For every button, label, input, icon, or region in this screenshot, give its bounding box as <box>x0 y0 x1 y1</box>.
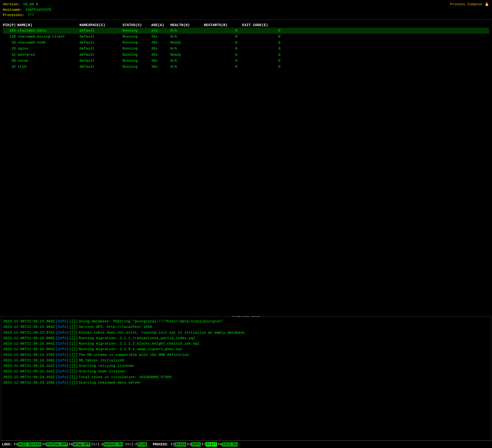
f3-action[interactable]: Info <box>191 442 201 447</box>
cell-health: N/A <box>170 28 204 33</box>
version-value: v0.60.0 <box>23 2 38 6</box>
log-message: DB Tables Initialized <box>79 358 489 363</box>
log-level: [Info] <box>56 369 69 374</box>
table-row[interactable]: 138 chainweb-mining-client default Runni… <box>3 34 489 40</box>
log-timestamp: 2023-12-06T21:50:24.162Z <box>3 363 55 369</box>
cell-namespace: default <box>80 58 123 64</box>
ctrlf-action[interactable]: Find <box>138 442 147 447</box>
app-title-area: Process Compose 🔥 <box>450 2 489 18</box>
cell-pid: 138 <box>3 34 17 40</box>
log-line: 2023-12-06T21:50:24.005Z[Info] [[]] Runn… <box>3 346 489 352</box>
cell-exitcode: 0 <box>242 34 280 40</box>
log-level: [Info] <box>56 358 69 363</box>
app-name: Process Compose <box>450 2 482 6</box>
log-message: Using database: PGString "postgresql:///… <box>79 319 489 324</box>
log-bracket: [[]] <box>69 330 78 336</box>
log-bracket: [[]] <box>69 363 78 369</box>
processes-label: Processes: <box>3 13 24 17</box>
cell-status: Running <box>123 64 151 70</box>
table-row[interactable]: 184 chainweb-data default Running 24s N/… <box>3 28 489 34</box>
log-level: [Info] <box>56 319 69 324</box>
log-title: chainweb-data <box>230 316 262 318</box>
f3-key: F3 <box>187 442 191 446</box>
cell-exitcode: 0 <box>242 64 280 70</box>
header-section: Version: v0.60.0 Hostname: 296f51d231f6 … <box>0 0 492 20</box>
hostname-value: 296f51d231f6 <box>25 8 51 12</box>
f4-action[interactable]: Full Screen <box>18 442 41 447</box>
log-bracket: [[]] <box>69 380 78 386</box>
cell-status: Running <box>123 58 151 64</box>
cell-status: Running <box>123 34 151 40</box>
f6-action[interactable]: Wrap Off <box>73 442 91 447</box>
cell-name: ttyd <box>17 64 80 70</box>
log-level: [Info] <box>56 336 69 341</box>
log-timestamp: 2023-12-06T21:50:24.160Z <box>3 358 55 363</box>
log-line: 2023-12-06T21:50:24.180Z[Info] [[]] Star… <box>3 380 489 386</box>
version-label: Version: <box>3 2 20 6</box>
f8-action[interactable]: Full Sc <box>222 442 238 447</box>
log-timestamp: 2023-12-06T21:50:24.159Z <box>3 352 55 358</box>
log-bracket: [[]] <box>69 336 78 341</box>
hostname-label: Hostname: <box>3 8 22 12</box>
log-bracket: [[]] <box>69 352 78 358</box>
log-timestamp: 2023-12-06T21:50:23.964Z <box>3 324 55 330</box>
cell-status: Running <box>123 52 151 58</box>
log-timestamp: 2023-12-06T21:50:24.004Z <box>3 341 55 346</box>
log-timestamp: 2023-12-06T21:50:24.000Z <box>3 336 55 341</box>
cell-restarts: 0 <box>204 58 242 64</box>
log-line: 2023-12-06T21:50:23.964Z[Info] [[]] Serv… <box>3 324 489 330</box>
log-content: 2023-12-06T21:50:23.963Z[Info] [[]] Usin… <box>1 316 491 440</box>
cell-health: N/A <box>170 46 204 51</box>
log-line: 2023-12-06T21:50:24.162Z[Info] [[]] Star… <box>3 369 489 374</box>
table-row[interactable]: 31 postgres default Running 36s Ready 0 … <box>3 52 489 58</box>
log-message: Total coins in circulation: 162384069.57… <box>79 375 489 380</box>
table-header-row: PID(P) NAME(N) NAMESPACE(C) STATUS(S) AG… <box>3 23 489 28</box>
log-line: 2023-12-06T21:50:24.162Z[Info] [[]] Star… <box>3 363 489 369</box>
cell-restarts: 0 <box>204 52 242 58</box>
table-row[interactable]: 30 socat default Running 36s N/A 0 0 <box>3 58 489 64</box>
log-bracket: [[]] <box>69 346 78 352</box>
log-bracket: [[]] <box>69 341 78 346</box>
cell-status: Running <box>123 28 151 33</box>
log-message: Running migration: 2.2.0.1_swap_signers_… <box>79 346 489 352</box>
log-line: 2023-12-06T21:50:24.159Z[Info] [[]] The … <box>3 352 489 358</box>
cell-namespace: default <box>80 52 123 58</box>
cell-restarts: 0 <box>204 34 242 40</box>
ctrlf-key: Ctrl-F <box>125 442 137 446</box>
f2-action[interactable]: Scale <box>175 442 186 447</box>
col-header-restarts: RESTARTS(R) <box>204 23 242 27</box>
log-level: [Info] <box>56 380 69 386</box>
cell-age: 36s <box>151 40 170 45</box>
hostname-line: Hostname: 296f51d231f6 <box>3 7 450 13</box>
log-level: [Info] <box>56 324 69 330</box>
cell-age: 36s <box>151 46 170 51</box>
cell-restarts: 0 <box>204 28 242 33</box>
table-row[interactable]: 33 nginx default Running 36s N/A 0 0 <box>3 46 489 52</box>
log-line: 2023-12-06T21:50:23.963Z[Info] [[]] Usin… <box>3 319 489 324</box>
f2-key: F2 <box>171 442 175 446</box>
log-message: The DB schema is compatible with the ORM… <box>79 352 489 358</box>
cell-namespace: default <box>80 28 123 33</box>
cell-exitcode: 0 <box>242 46 280 51</box>
version-line: Version: v0.60.0 <box>3 2 450 7</box>
table-row[interactable]: 32 ttyd default Running 36s N/A 0 0 <box>3 64 489 70</box>
cell-exitcode: 0 <box>242 58 280 64</box>
table-row[interactable]: 34 chainweb-node default Running 36s Rea… <box>3 40 489 46</box>
cell-age: 36s <box>151 64 170 70</box>
cell-status: Running <box>123 40 151 45</box>
f5-action[interactable]: Follow Off <box>46 442 68 447</box>
cell-restarts: 0 <box>204 40 242 45</box>
f7-action[interactable]: Start <box>205 442 217 447</box>
cell-age: 36s <box>151 58 170 64</box>
cell-age: 36s <box>151 52 170 58</box>
ctrls-action[interactable]: Select On <box>104 442 123 447</box>
log-message: Starting node listener <box>79 369 489 374</box>
cell-pid: 32 <box>3 64 17 70</box>
cell-namespace: default <box>80 46 123 51</box>
process-section-label: PROCESS: <box>153 442 169 446</box>
process-table-body: 184 chainweb-data default Running 24s N/… <box>3 28 489 70</box>
cell-name: nginx <box>17 46 80 51</box>
cell-pid: 184 <box>3 28 17 33</box>
cell-pid: 34 <box>3 40 17 45</box>
cell-health: Ready <box>170 52 204 58</box>
